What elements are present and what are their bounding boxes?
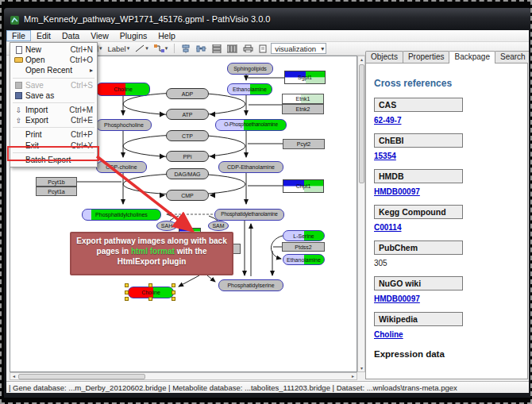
open-folder-icon [13, 56, 24, 64]
node-phosphatidylethanolamine[interactable]: Phosphatidylethanolamine [214, 209, 284, 221]
node-sgpl1[interactable]: Sgpl1 [284, 71, 326, 84]
menuitem-export[interactable]: ⇧ExportCtrl+E [10, 115, 97, 125]
node-pcyt2[interactable]: Pcyt2 [283, 139, 325, 149]
xref-section-header: CAS [374, 98, 463, 112]
menu-plugins[interactable]: Plugins [114, 30, 152, 41]
node-ethanolamine-top[interactable]: Ethanolamine [227, 83, 272, 95]
connector-icon [154, 44, 164, 52]
xref-link[interactable]: C00114 [374, 223, 519, 232]
xref-link[interactable]: Choline [374, 330, 519, 339]
import-icon: ⇩ [13, 106, 24, 114]
node-chpt1[interactable]: Chpt1 [283, 179, 324, 193]
node-ethanolamine-bottom[interactable]: Ethanolamine [283, 254, 325, 265]
node-etnk2[interactable]: Etnk2 [282, 104, 324, 114]
submenu-arrow-icon: ▸ [90, 67, 93, 74]
vscroll-thumb[interactable] [359, 64, 364, 183]
save-icon [13, 81, 24, 90]
node-etnk1[interactable]: Etnk1 [282, 94, 324, 104]
selection-handle[interactable] [172, 283, 175, 287]
node-pcyt1a[interactable]: Pcyt1a [36, 187, 77, 196]
selection-handle[interactable] [172, 297, 175, 301]
menuitem-save-as[interactable]: Save as [10, 90, 97, 101]
scroll-up-icon[interactable]: ▴ [358, 56, 365, 63]
selection-handle[interactable] [148, 297, 152, 301]
connector-tool-button[interactable]: ▾ [152, 43, 170, 55]
menuitem-print[interactable]: PrintCtrl+P [10, 129, 97, 140]
new-file-icon [13, 45, 24, 54]
node-phosphatidylcholines[interactable]: Phosphatidylcholines [82, 209, 161, 221]
align-center-button[interactable] [179, 43, 192, 55]
node-dag-mag[interactable]: DAG/MAG [166, 168, 209, 179]
xref-link[interactable]: 15354 [374, 152, 519, 160]
backpage-panel[interactable]: Cross references CAS 62-49-7 ChEBI 15354… [365, 63, 528, 379]
scroll-left-icon[interactable]: ◂ [10, 373, 17, 379]
selection-handle[interactable] [148, 283, 152, 287]
menuitem-open-recent[interactable]: Open Recent▸ [10, 65, 97, 75]
xref-link[interactable]: HMDB00097 [374, 187, 519, 196]
node-cdp-choline[interactable]: CDP-choline [96, 161, 147, 173]
printer-button[interactable] [241, 43, 255, 55]
node-pcyt1b[interactable]: Pcyt1b [36, 177, 77, 187]
node-ctp[interactable]: CTP [166, 130, 209, 141]
node-sah[interactable]: SAH [156, 221, 177, 231]
label-tool-text: Label [107, 44, 125, 53]
node-ppi[interactable]: PPi [166, 151, 209, 162]
menu-file[interactable]: File [6, 30, 31, 41]
canvas-hscrollbar[interactable]: ◂ ▸ [10, 372, 357, 380]
tab-search[interactable]: Search [495, 51, 529, 63]
annotation-highlight: html format [131, 247, 175, 256]
menu-view[interactable]: View [85, 30, 114, 41]
xref-section-hmdb: HMDB HMDB00097 [374, 169, 519, 196]
node-sam[interactable]: SAM [208, 221, 229, 231]
canvas-vscrollbar[interactable]: ▴ ▾ [357, 56, 365, 372]
node-cmp[interactable]: CMP [166, 190, 209, 201]
menuitem-open[interactable]: OpenCtrl+O [10, 55, 97, 65]
node-choline-top[interactable]: Choline [96, 83, 150, 96]
app-icon [10, 14, 20, 25]
menuitem-import[interactable]: ⇩ImportCtrl+M [10, 105, 97, 115]
selection-handle[interactable] [125, 297, 129, 301]
menuitem-save[interactable]: SaveCtrl+S [10, 80, 97, 90]
stack-horizontal-button[interactable] [226, 43, 239, 55]
menu-help[interactable]: Help [152, 30, 181, 41]
visualization-value: visualization [275, 44, 316, 53]
node-sphingolipids[interactable]: Sphingolipids [227, 63, 273, 75]
node-ptdss2[interactable]: Ptdss2 [282, 242, 325, 252]
node-l-serine[interactable]: L-Serine [283, 230, 325, 241]
node-adp[interactable]: ADP [166, 88, 209, 99]
selection-handle[interactable] [172, 290, 175, 294]
window-title: Mm_Kennedy_pathway_WP1771_45176.gpml - P… [24, 14, 270, 24]
node-o-phosphoethanolamine[interactable]: O-Phosphoethanolamine [215, 119, 287, 131]
stack-vertical-button[interactable] [210, 43, 223, 55]
hscroll-thumb[interactable] [18, 374, 145, 379]
scroll-right-icon[interactable]: ▸ [349, 373, 357, 379]
menu-data[interactable]: Data [56, 30, 85, 41]
tab-properties[interactable]: Properties [403, 51, 450, 63]
xref-link[interactable]: 62-49-7 [374, 116, 519, 125]
xref-value: 305 [374, 259, 519, 267]
menuitem-new[interactable]: NewCtrl+N [10, 44, 97, 55]
menubar: File Edit Data View Plugins Help [6, 30, 529, 42]
selection-handle[interactable] [125, 283, 129, 287]
tab-objects[interactable]: Objects [365, 51, 403, 63]
tab-backpage[interactable]: Backpage [449, 51, 495, 63]
node-cdp-ethanolamine[interactable]: CDP-Ethanolamine [218, 161, 283, 173]
node-phosphocholine[interactable]: Phosphocholine [96, 119, 152, 131]
selection-handle[interactable] [125, 290, 129, 294]
node-phosphatidylserine[interactable]: Phosphatidylserine [218, 279, 283, 291]
export-icon: ⇧ [13, 116, 24, 125]
page-setup-button[interactable] [257, 43, 268, 55]
xref-section-pubchem: PubChem 305 [374, 240, 519, 267]
titlebar[interactable]: Mm_Kennedy_pathway_WP1771_45176.gpml - P… [4, 8, 531, 30]
node-atp[interactable]: ATP [166, 109, 209, 120]
visualization-combobox[interactable]: visualization ▾ [271, 43, 326, 54]
dropdown-arrow-icon[interactable]: ▾ [317, 45, 324, 52]
line-tool-button[interactable]: ▾ [133, 43, 150, 55]
scroll-down-icon[interactable]: ▾ [358, 365, 365, 371]
printer-icon [243, 44, 253, 52]
align-middle-button[interactable] [195, 43, 208, 55]
menu-edit[interactable]: Edit [31, 30, 56, 41]
label-tool-button[interactable]: Label ▾ [106, 43, 131, 55]
xref-section-wikipedia: Wikipedia Choline [374, 312, 519, 339]
xref-link[interactable]: HMDB00097 [374, 294, 519, 303]
